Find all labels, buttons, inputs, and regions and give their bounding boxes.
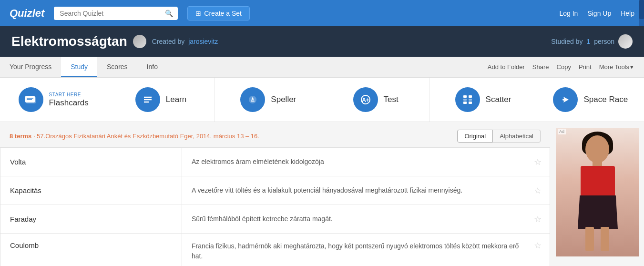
svg-point-18 [562,99,564,101]
tool-scatter[interactable]: Scatter [429,78,537,122]
tool-speller[interactable]: Speller [215,78,322,122]
learn-circle [135,87,160,112]
scrollbar-track[interactable] [639,0,644,26]
tab-bar: Your Progress Study Scores Info Add to F… [0,57,644,78]
print-action[interactable]: Print [576,61,594,72]
spacerace-icon [560,94,571,105]
nav-right-links: Log In Sign Up Help [559,10,634,17]
flashcards-label: Flashcards [49,98,89,107]
sidebar-ad: Ad [556,128,639,256]
svg-rect-1 [25,96,35,102]
sort-buttons: Original Alphabetical [457,130,541,143]
flashcards-label-group: START HERE Flashcards [49,92,89,108]
test-label: Test [384,95,399,104]
login-link[interactable]: Log In [559,10,578,17]
studied-prefix: Studied by [551,38,583,45]
title-right: Studied by 1 person [551,34,633,49]
logo[interactable]: Quizlet [10,7,44,20]
ad-figure-bottom [578,195,618,229]
creator-avatar [133,35,146,48]
ad-content[interactable] [556,128,639,256]
learn-label: Learn [166,95,186,104]
scatter-label: Scatter [486,95,511,104]
flashcard-icon [25,95,37,104]
tool-spacerace[interactable]: Space Race [537,78,644,122]
studied-suffix: person [594,38,614,45]
terms-table: Volta Az elektromos áram elméletének kid… [0,147,550,266]
share-action[interactable]: Share [530,61,552,72]
search-input[interactable] [54,7,178,20]
title-bar: Elektromosságtan Created by jarosievitz … [0,26,644,57]
table-row: Kapacitás A vezetőre vitt töltés és a ki… [0,176,550,205]
studied-count: 1 [586,38,590,45]
copy-action[interactable]: Copy [554,61,574,72]
svg-rect-17 [469,99,472,101]
top-nav: Quizlet 🔍 ⊞ Create a Set Log In Sign Up … [0,0,644,26]
terms-info: 8 terms · 57.Országos Fizikatanári Ankét… [10,133,259,140]
creator-info: Created by jarosievitz [152,38,218,45]
term-star[interactable]: ☆ [531,185,550,196]
svg-rect-15 [469,102,472,104]
speller-icon [247,94,258,105]
svg-rect-13 [469,95,472,98]
svg-text:A+: A+ [362,97,369,103]
sort-original-button[interactable]: Original [457,130,493,143]
sort-alphabetical-button[interactable]: Alphabetical [493,130,541,143]
spacerace-circle [553,87,578,112]
term-definition: A vezetőre vitt töltés és a kialakult po… [182,178,531,203]
tab-your-progress[interactable]: Your Progress [0,57,61,77]
search-bar: 🔍 [54,7,178,20]
term-word: Volta [0,150,182,174]
scatter-icon [462,94,473,105]
tab-info[interactable]: Info [137,57,167,77]
test-circle: A+ [353,87,378,112]
table-row: Coulomb Francia fizikus, hadmérnök aki m… [0,234,550,266]
signup-link[interactable]: Sign Up [587,10,611,17]
svg-rect-16 [463,99,467,101]
add-to-folder-action[interactable]: Add to Folder [485,61,528,72]
flashcards-circle [19,87,43,112]
svg-rect-14 [463,102,467,104]
term-word: Coulomb [0,234,182,257]
create-set-label: Create a Set [204,10,242,17]
main-content: 8 terms · 57.Országos Fizikatanári Ankét… [0,128,550,266]
studied-avatar [618,34,633,49]
term-star[interactable]: ☆ [531,234,550,251]
scatter-circle [455,87,480,112]
tool-flashcards[interactable]: START HERE Flashcards [0,78,107,122]
help-link[interactable]: Help [621,10,634,17]
term-star[interactable]: ☆ [531,157,550,167]
title-left: Elektromosságtan Created by jarosievitz [11,34,218,49]
content-area: 8 terms · 57.Országos Fizikatanári Ankét… [0,122,644,266]
svg-rect-12 [463,95,467,98]
term-definition: Sűrű fémhálóból épített ketrecbe záratta… [182,206,531,232]
ad-figure-top [581,166,615,197]
term-definition: Az elektromos áram elméletének kidolgozó… [182,149,531,174]
tool-learn[interactable]: Learn [107,78,215,122]
create-set-icon: ⊞ [195,10,201,17]
creator-name[interactable]: jarosievitz [188,38,218,45]
term-star[interactable]: ☆ [531,214,550,225]
ad-label: Ad [558,129,566,134]
tab-actions: Add to Folder Share Copy Print More Tool… [485,57,644,77]
terms-count: 8 terms [10,133,31,140]
speller-label: Speller [271,95,296,104]
terms-header: 8 terms · 57.Országos Fizikatanári Ankét… [0,128,550,147]
table-row: Volta Az elektromos áram elméletének kid… [0,148,550,176]
tab-study[interactable]: Study [61,57,97,77]
scrollbar-thumb[interactable] [639,0,644,19]
create-set-button[interactable]: ⊞ Create a Set [187,6,250,20]
search-icon: 🔍 [165,10,173,17]
speller-circle [240,87,265,112]
test-icon: A+ [360,94,371,105]
more-tools-action[interactable]: More Tools ▾ [596,61,636,72]
tool-test[interactable]: A+ Test [322,78,429,122]
ad-figure-leg-right [601,227,609,251]
table-row: Faraday Sűrű fémhálóból épített ketrecbe… [0,205,550,234]
learn-icon [143,94,153,105]
study-tools: START HERE Flashcards Learn Speller [0,78,644,122]
chevron-down-icon: ▾ [630,63,634,71]
title-text: Elektromosságtan [11,34,127,49]
spacerace-label: Space Race [583,95,628,104]
tab-scores[interactable]: Scores [97,57,137,77]
